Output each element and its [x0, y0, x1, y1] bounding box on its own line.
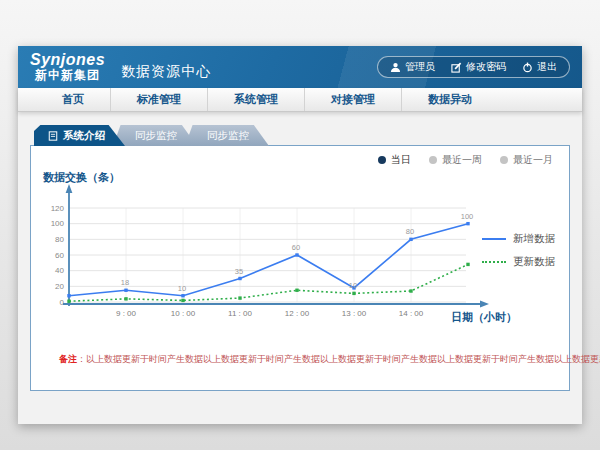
radio-dot-icon — [429, 156, 437, 164]
legend-swatch-icon — [482, 261, 506, 263]
content-area: 系统介绍同步监控同步监控 当日最近一周最近一月 数据交换（条） 02040608… — [18, 112, 582, 424]
logout-icon — [522, 62, 533, 73]
nav-item-数据异动[interactable]: 数据异动 — [402, 88, 498, 111]
radio-label: 当日 — [391, 153, 411, 167]
svg-text:100: 100 — [51, 219, 65, 228]
user-toolbar-label: 退出 — [537, 60, 557, 74]
radio-最近一周[interactable]: 最近一周 — [429, 153, 482, 167]
radio-最近一月[interactable]: 最近一月 — [500, 153, 553, 167]
brand-logo-text: Synjones — [30, 52, 105, 69]
nav-item-首页[interactable]: 首页 — [36, 88, 111, 111]
svg-text:100: 100 — [461, 212, 474, 221]
svg-text:13 : 00: 13 : 00 — [342, 309, 367, 318]
time-range-filter: 当日最近一周最近一月 — [378, 153, 553, 167]
nav-item-对接管理[interactable]: 对接管理 — [305, 88, 402, 111]
svg-text:10: 10 — [349, 281, 357, 290]
svg-text:12 : 00: 12 : 00 — [285, 309, 310, 318]
nav-item-系统管理[interactable]: 系统管理 — [208, 88, 305, 111]
nav-item-标准管理[interactable]: 标准管理 — [111, 88, 208, 111]
user-toolbar-label: 修改密码 — [466, 60, 506, 74]
radio-dot-icon — [500, 156, 508, 164]
radio-label: 最近一月 — [513, 153, 553, 167]
legend-item-新增数据: 新增数据 — [482, 232, 555, 246]
x-axis-title: 日期（小时） — [451, 310, 517, 325]
legend-label: 更新数据 — [513, 255, 555, 269]
line-chart: 0204060801001209 : 0010 : 0011 : 0012 : … — [39, 182, 501, 322]
user-toolbar: 管理员修改密码退出 — [377, 56, 570, 78]
tab-同步监控-1[interactable]: 同步监控 — [113, 125, 197, 146]
user-toolbar-修改密码[interactable]: 修改密码 — [451, 60, 506, 74]
tab-同步监控-2[interactable]: 同步监控 — [185, 125, 269, 146]
main-nav: 首页标准管理系统管理对接管理数据异动 — [18, 88, 582, 112]
app-window: Synjones 新中新集团 数据资源中心 管理员修改密码退出 首页标准管理系统… — [18, 46, 582, 424]
svg-text:80: 80 — [55, 235, 64, 244]
svg-text:120: 120 — [51, 204, 65, 213]
svg-text:60: 60 — [55, 251, 64, 260]
footnote-text: ：以上数据更新于时间产生数据以上数据更新于时间产生数据以上数据更新于时间产生数据… — [77, 354, 600, 364]
legend-item-更新数据: 更新数据 — [482, 255, 555, 269]
legend-swatch-icon — [482, 238, 506, 240]
svg-text:40: 40 — [55, 266, 64, 275]
user-toolbar-退出[interactable]: 退出 — [522, 60, 557, 74]
footnote-label: 备注 — [59, 354, 77, 364]
document-icon — [48, 131, 58, 141]
user-toolbar-管理员[interactable]: 管理员 — [390, 60, 435, 74]
svg-text:20: 20 — [55, 282, 64, 291]
radio-dot-icon — [378, 156, 386, 164]
user-toolbar-label: 管理员 — [405, 60, 435, 74]
radio-当日[interactable]: 当日 — [378, 153, 411, 167]
svg-text:11 : 00: 11 : 00 — [228, 309, 252, 318]
svg-text:35: 35 — [235, 267, 243, 276]
tab-bar: 系统介绍同步监控同步监控 — [34, 125, 570, 145]
page-title: 数据资源中心 — [121, 63, 211, 81]
svg-text:10: 10 — [178, 284, 186, 293]
tab-label: 系统介绍 — [63, 129, 105, 143]
tab-label: 同步监控 — [207, 129, 249, 143]
svg-text:60: 60 — [292, 243, 300, 252]
tab-label: 同步监控 — [135, 129, 177, 143]
svg-text:10 : 00: 10 : 00 — [171, 309, 196, 318]
footnote: 备注：以上数据更新于时间产生数据以上数据更新于时间产生数据以上数据更新于时间产生… — [59, 353, 600, 366]
chart-panel: 当日最近一周最近一月 数据交换（条） 0204060801001209 : 00… — [30, 145, 570, 391]
svg-text:80: 80 — [406, 227, 414, 236]
legend-label: 新增数据 — [513, 232, 555, 246]
svg-text:9 : 00: 9 : 00 — [116, 309, 137, 318]
brand-logo: Synjones 新中新集团 — [30, 52, 105, 81]
radio-label: 最近一周 — [442, 153, 482, 167]
app-header: Synjones 新中新集团 数据资源中心 管理员修改密码退出 — [18, 46, 582, 88]
svg-text:14 : 00: 14 : 00 — [399, 309, 424, 318]
svg-text:18: 18 — [121, 278, 129, 287]
tab-系统介绍-0[interactable]: 系统介绍 — [34, 125, 125, 146]
edit-icon — [451, 62, 462, 73]
brand-logo-cn: 新中新集团 — [30, 69, 105, 82]
chart-legend: 新增数据更新数据 — [482, 232, 555, 269]
user-icon — [390, 62, 401, 73]
svg-text:0: 0 — [60, 298, 65, 307]
